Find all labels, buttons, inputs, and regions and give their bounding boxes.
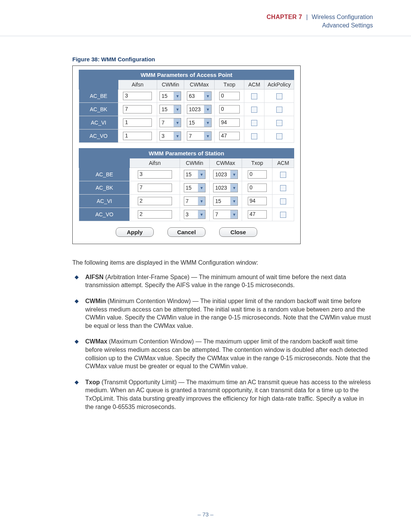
text-input[interactable]: 0 (248, 170, 267, 179)
checkbox-input[interactable] (280, 212, 286, 218)
cancel-button[interactable]: Cancel (167, 227, 206, 237)
text-input[interactable]: 7 (123, 105, 152, 113)
definition-text: (Arbitration Inter-Frame Space) — The mi… (85, 274, 346, 289)
table-row: AC_BE315▼1023▼0 (79, 168, 294, 181)
col-aifsn: Aifsn (130, 158, 180, 168)
text-input[interactable]: 7 (138, 184, 172, 192)
text-input[interactable]: 3 (123, 92, 152, 100)
text-input[interactable]: 2 (138, 197, 172, 205)
text-input[interactable]: 2 (138, 210, 172, 219)
select-input[interactable]: 7▼ (213, 210, 238, 219)
checkbox-input[interactable] (276, 93, 282, 99)
chevron-down-icon: ▼ (204, 92, 211, 100)
checkbox-input[interactable] (280, 185, 286, 191)
row-label: AC_BE (79, 89, 118, 103)
select-input[interactable]: 7▼ (184, 197, 206, 206)
definition-item: CWMin (Minimum Contention Window) — The … (75, 297, 373, 330)
chevron-down-icon: ▼ (198, 197, 205, 205)
row-label: AC_BE (79, 168, 130, 181)
col-blank (79, 80, 118, 89)
table-row: AC_VO23▼7▼47 (79, 208, 294, 221)
text-input[interactable]: 3 (138, 170, 172, 179)
col-txop: Txop (242, 158, 272, 168)
checkbox-input[interactable] (251, 133, 257, 139)
page-header: CHAPTER 7 | Wireless Configuration Advan… (42, 13, 373, 29)
table-row: AC_VI17▼15▼94 (79, 116, 294, 129)
select-input[interactable]: 3▼ (159, 131, 181, 141)
select-input[interactable]: 63▼ (187, 91, 212, 101)
header-separator: | (304, 14, 310, 20)
col-cwmax: CWMax (184, 80, 215, 89)
wmm-sta-header-row: Aifsn CWMin CWMax Txop ACM (79, 158, 294, 168)
chapter-subtitle: Advanced Settings (266, 21, 373, 30)
text-input[interactable]: 1 (123, 118, 152, 127)
page-number: – 73 – (0, 511, 411, 518)
table-row: AC_BK715▼1023▼0 (79, 103, 294, 116)
checkbox-input[interactable] (280, 198, 286, 204)
text-input[interactable]: 0 (219, 105, 240, 113)
chapter-title: Wireless Configuration (312, 14, 373, 20)
text-input[interactable]: 94 (248, 197, 267, 205)
chevron-down-icon: ▼ (174, 105, 181, 113)
checkbox-input[interactable] (251, 107, 257, 113)
col-ackpolicy: AckPolicy (264, 80, 294, 89)
row-label: AC_VI (79, 195, 130, 208)
table-row: AC_BK715▼1023▼0 (79, 181, 294, 195)
select-input[interactable]: 15▼ (184, 170, 206, 179)
text-input[interactable]: 47 (248, 210, 267, 219)
wmm-ap-banner: WMM Parameters of Access Point (79, 70, 294, 80)
checkbox-input[interactable] (280, 172, 286, 178)
select-input[interactable]: 7▼ (159, 118, 181, 127)
wmm-sta-table: WMM Parameters of Station Aifsn CWMin CW… (79, 148, 294, 221)
chevron-down-icon: ▼ (230, 197, 237, 205)
chevron-down-icon: ▼ (230, 184, 237, 192)
row-label: AC_VO (79, 208, 130, 221)
select-input[interactable]: 3▼ (184, 210, 206, 219)
col-cwmin: CWMin (180, 158, 209, 168)
definition-item: AIFSN (Arbitration Inter-Frame Space) — … (75, 273, 373, 289)
text-input[interactable]: 1 (123, 132, 152, 140)
select-input[interactable]: 15▼ (159, 91, 181, 101)
row-label: AC_BK (79, 103, 118, 116)
definition-term: CWMin (85, 298, 106, 304)
select-input[interactable]: 1023▼ (187, 105, 212, 114)
wmm-sta-banner: WMM Parameters of Station (79, 149, 294, 158)
col-acm: ACM (244, 80, 264, 89)
checkbox-input[interactable] (276, 120, 282, 126)
text-input[interactable]: 94 (219, 118, 240, 127)
text-input[interactable]: 0 (219, 92, 240, 100)
select-input[interactable]: 1023▼ (213, 170, 238, 179)
col-acm: ACM (272, 158, 294, 168)
select-input[interactable]: 15▼ (184, 183, 206, 192)
table-row: AC_VI27▼15▼94 (79, 195, 294, 208)
apply-button[interactable]: Apply (116, 227, 154, 237)
definition-text: (Minimum Contention Window) — The initia… (85, 298, 371, 329)
chevron-down-icon: ▼ (204, 118, 211, 127)
close-button[interactable]: Close (219, 227, 257, 237)
text-input[interactable]: 47 (219, 132, 240, 140)
select-input[interactable]: 7▼ (187, 131, 212, 141)
checkbox-input[interactable] (251, 93, 257, 99)
checkbox-input[interactable] (251, 120, 257, 126)
text-input[interactable]: 0 (248, 184, 267, 192)
definition-term: Txop (85, 379, 100, 385)
definition-list: AIFSN (Arbitration Inter-Frame Space) — … (75, 273, 373, 411)
col-txop: Txop (215, 80, 244, 89)
row-label: AC_VO (79, 129, 118, 143)
chevron-down-icon: ▼ (174, 118, 181, 127)
select-input[interactable]: 15▼ (213, 197, 238, 206)
row-label: AC_BK (79, 181, 130, 195)
checkbox-input[interactable] (276, 133, 282, 139)
chevron-down-icon: ▼ (198, 184, 205, 192)
body-intro: The following items are displayed in the… (72, 259, 373, 267)
checkbox-input[interactable] (276, 107, 282, 113)
chevron-down-icon: ▼ (174, 132, 181, 140)
select-input[interactable]: 1023▼ (213, 183, 238, 192)
col-blank (79, 158, 130, 168)
select-input[interactable]: 15▼ (187, 118, 212, 127)
select-input[interactable]: 15▼ (159, 105, 181, 114)
definition-text: (Maximum Contention Window) — The maximu… (85, 338, 370, 369)
chevron-down-icon: ▼ (230, 210, 237, 219)
wmm-ap-header-row: Aifsn CWMin CWMax Txop ACM AckPolicy (79, 80, 294, 89)
definition-term: AIFSN (85, 274, 104, 280)
